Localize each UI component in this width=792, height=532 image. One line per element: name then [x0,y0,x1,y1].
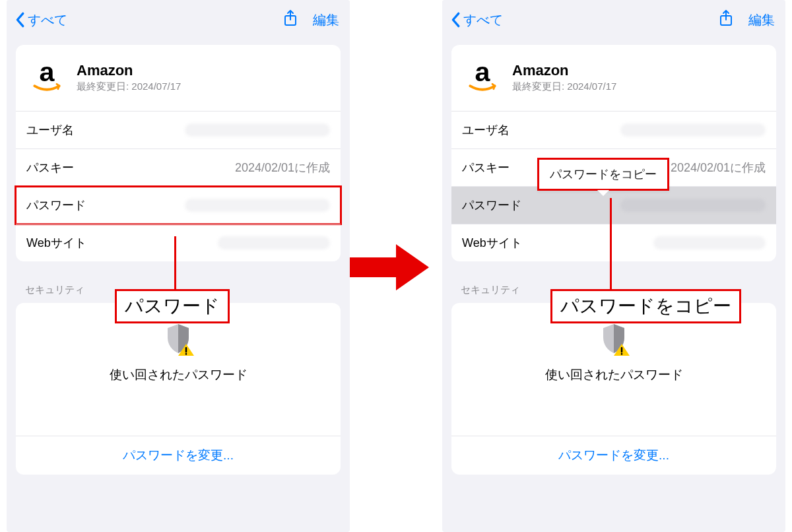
svg-marker-2 [350,244,429,290]
shield-warning-icon [598,321,630,358]
passkey-value: 2024/02/01に作成 [235,160,330,176]
account-header: a Amazon 最終変更日: 2024/07/17 [451,45,776,111]
passkey-label: パスキー [462,160,510,176]
nav-right: 編集 [718,9,775,30]
svg-text:a: a [40,57,55,87]
phone-right: すべて 編集 a Amazon 最終変更日: 202 [442,0,785,532]
chevron-left-icon [450,12,461,28]
row-passkey[interactable]: パスキー 2024/02/01に作成 [16,149,341,186]
row-website[interactable]: Webサイト [451,224,776,261]
share-button[interactable] [718,9,734,30]
row-password[interactable]: パスワード [16,186,341,224]
nav-right: 編集 [282,9,339,30]
navbar: すべて 編集 [7,0,350,37]
account-title-col: Amazon 最終変更日: 2024/07/17 [512,62,616,93]
change-password-button[interactable]: パスワードを変更... [16,436,341,475]
row-website[interactable]: Webサイト [16,224,341,261]
website-label: Webサイト [26,235,86,251]
website-value-redacted [218,236,330,249]
account-last-modified: 最終変更日: 2024/07/17 [512,81,616,93]
reused-password-text: 使い回されたパスワード [110,366,248,383]
username-label: ユーザ名 [26,122,74,138]
edit-button[interactable]: 編集 [313,11,339,29]
change-password-button[interactable]: パスワードを変更... [451,436,776,475]
passkey-value: 2024/02/01に作成 [671,160,766,176]
website-label: Webサイト [462,235,522,251]
security-card: 使い回されたパスワード パスワードを変更... [16,303,341,475]
annotation-callout-right: パスワードをコピー [550,289,741,323]
username-value-redacted [185,123,330,137]
back-button[interactable]: すべて [450,11,503,29]
shield-warning-icon [162,321,194,358]
row-password[interactable]: パスワード パスワードをコピー [451,186,776,224]
security-card: 使い回されたパスワード パスワードを変更... [451,303,776,475]
account-name: Amazon [77,62,181,79]
chevron-left-icon [15,12,25,28]
share-icon [718,9,734,28]
username-label: ユーザ名 [462,122,510,138]
password-value-redacted [185,199,330,212]
annotation-callout-left: パスワード [115,289,230,323]
back-label: すべて [463,11,503,29]
passkey-label: パスキー [26,160,74,176]
account-title-col: Amazon 最終変更日: 2024/07/17 [77,62,181,93]
website-value-redacted [653,236,766,249]
username-value-redacted [620,123,766,137]
svg-text:a: a [475,57,491,87]
phone-left: すべて 編集 a Amazon 最終変更日: 202 [7,0,350,532]
password-label: パスワード [26,197,86,213]
password-label: パスワード [462,197,521,213]
amazon-icon: a [26,57,67,98]
account-last-modified: 最終変更日: 2024/07/17 [77,81,181,93]
password-value-redacted [620,199,766,212]
row-username[interactable]: ユーザ名 [451,111,776,149]
share-icon [282,9,298,28]
row-username[interactable]: ユーザ名 [16,111,341,149]
share-button[interactable] [282,9,298,30]
copy-password-popover[interactable]: パスワードをコピー [537,158,669,191]
back-button[interactable]: すべて [15,11,67,29]
account-header: a Amazon 最終変更日: 2024/07/17 [16,45,341,111]
account-card: a Amazon 最終変更日: 2024/07/17 ユーザ名 パスキー 202… [451,45,776,261]
amazon-icon: a [462,57,503,98]
step-arrow-icon [350,244,429,290]
annotation-connector-right [610,198,612,290]
reused-password-text: 使い回されたパスワード [545,366,683,383]
back-label: すべて [28,11,67,29]
annotation-connector-left [174,236,176,290]
account-name: Amazon [512,62,616,79]
account-card: a Amazon 最終変更日: 2024/07/17 ユーザ名 パスキー 202… [16,45,341,261]
edit-button[interactable]: 編集 [748,11,775,29]
navbar: すべて 編集 [442,0,785,37]
